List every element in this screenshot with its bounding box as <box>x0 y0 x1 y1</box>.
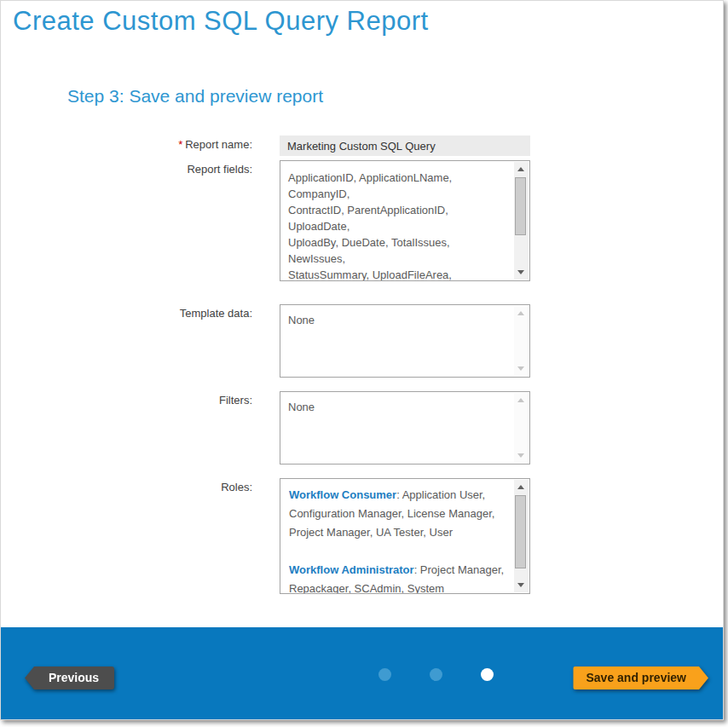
report-fields-text: ApplicationID, ApplicationLName, Company… <box>280 161 529 281</box>
roles-label: Roles: <box>1 478 252 594</box>
roles-text: Workflow Consumer: Application User, Con… <box>280 479 529 594</box>
filters-label: Filters: <box>1 391 252 464</box>
roles-group: Workflow Administrator: Project Manager,… <box>289 561 507 594</box>
report-fields-line: ContractID, ParentApplicationID, UploadD… <box>288 202 507 234</box>
previous-button[interactable]: Previous <box>25 666 114 689</box>
scroll-down-icon[interactable] <box>517 270 524 274</box>
report-fields-line: ApplicationID, ApplicationLName, Company… <box>288 170 507 202</box>
required-asterisk: * <box>178 138 182 151</box>
scroll-up-icon[interactable] <box>517 167 524 171</box>
filters-text: None <box>280 392 529 413</box>
step-dot-3-active <box>481 668 494 681</box>
page-title: Create Custom SQL Query Report <box>13 6 429 37</box>
role-group-name: Workflow Administrator <box>289 563 414 576</box>
template-data-row: Template data: None <box>1 304 723 378</box>
report-form: *Report name: Report fields: Application… <box>1 136 723 594</box>
save-and-preview-button[interactable]: Save and preview <box>573 666 708 689</box>
template-data-box[interactable]: None <box>280 304 530 378</box>
report-fields-line: StatusSummary, UploadFileArea, <box>288 267 507 281</box>
report-name-label: *Report name: <box>1 136 252 156</box>
report-name-row: *Report name: <box>1 136 723 156</box>
roles-scrollbar[interactable] <box>514 480 529 592</box>
scrollbar-thumb[interactable] <box>515 495 526 568</box>
scroll-up-icon <box>517 398 524 402</box>
step-heading: Step 3: Save and preview report <box>67 86 323 107</box>
report-fields-line: UploadBy, DueDate, TotalIssues, NewIssue… <box>288 234 507 267</box>
report-name-label-text: Report name: <box>185 138 252 151</box>
template-data-scrollbar <box>514 306 529 376</box>
report-fields-label: Report fields: <box>1 160 252 281</box>
report-fields-box[interactable]: ApplicationID, ApplicationLName, Company… <box>280 160 530 281</box>
scroll-down-icon[interactable] <box>517 583 524 587</box>
scroll-down-icon <box>517 453 524 458</box>
roles-row: Roles: Workflow Consumer: Application Us… <box>1 478 723 594</box>
scrollbar-thumb[interactable] <box>515 177 526 235</box>
report-fields-scrollbar[interactable] <box>514 162 529 280</box>
report-name-input[interactable] <box>280 136 530 156</box>
roles-group: Workflow Consumer: Application User, Con… <box>289 486 507 542</box>
filters-scrollbar <box>514 393 529 463</box>
template-data-text: None <box>280 305 529 326</box>
template-data-label: Template data: <box>1 304 252 378</box>
step-dot-2 <box>430 668 442 681</box>
scroll-down-icon <box>517 366 524 371</box>
step-indicator <box>378 668 494 681</box>
wizard-page: Create Custom SQL Query Report Step 3: S… <box>0 0 724 720</box>
filters-row: Filters: None <box>1 391 723 464</box>
scroll-up-icon <box>517 311 524 315</box>
step-dot-1 <box>378 668 391 681</box>
filters-box[interactable]: None <box>280 391 530 464</box>
scroll-up-icon[interactable] <box>517 485 524 489</box>
roles-box[interactable]: Workflow Consumer: Application User, Con… <box>280 478 530 594</box>
role-group-name: Workflow Consumer <box>289 488 396 501</box>
wizard-footer-bar: Previous Save and preview <box>1 627 723 719</box>
report-fields-row: Report fields: ApplicationID, Applicatio… <box>1 160 723 281</box>
